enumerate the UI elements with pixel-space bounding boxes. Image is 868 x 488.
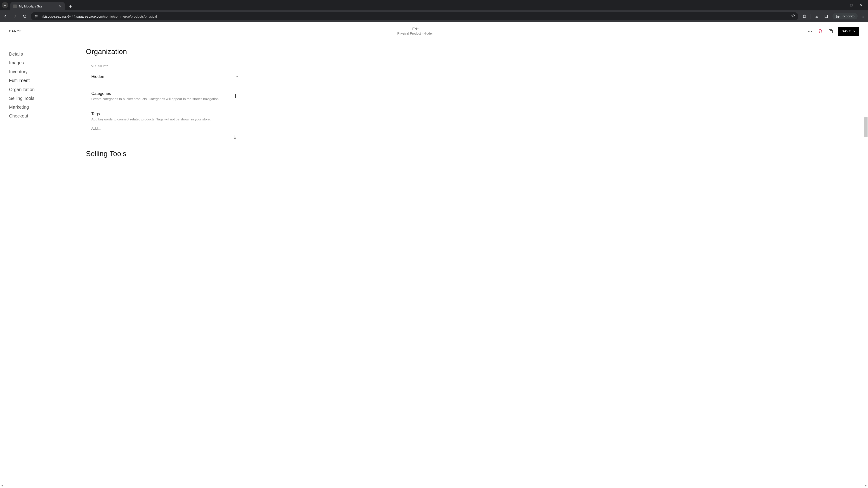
add-category-button[interactable]	[232, 93, 239, 99]
address-bar[interactable]: hibiscus-seabass-6444.squarespace.com/co…	[31, 12, 798, 20]
tab-title: My Moodjoy Site	[19, 4, 56, 8]
header-actions: SAVE	[807, 27, 859, 36]
tags-section: Tags Add keywords to connect related pro…	[86, 106, 244, 136]
cancel-button[interactable]: CANCEL	[9, 29, 24, 33]
tags-input[interactable]	[91, 127, 239, 131]
svg-point-2	[37, 16, 37, 17]
svg-point-9	[863, 16, 863, 17]
trash-icon	[818, 29, 822, 33]
sidebar-item-inventory[interactable]: Inventory	[9, 67, 72, 76]
arrow-left-icon	[4, 14, 8, 18]
vertical-scrollbar-thumb[interactable]	[864, 117, 868, 137]
tags-desc: Add keywords to connect related products…	[91, 117, 239, 121]
maximize-button[interactable]	[849, 3, 854, 7]
categories-section: Categories Create categories to bucket p…	[86, 86, 244, 106]
main-panel: Organization VISIBILITY Hidden Categorie…	[86, 43, 244, 158]
tab-close-button[interactable]	[58, 4, 62, 8]
svg-point-13	[811, 31, 812, 32]
maximize-icon	[850, 4, 852, 6]
tags-title: Tags	[91, 111, 239, 116]
chevron-down-icon	[853, 30, 855, 32]
incognito-icon	[836, 15, 840, 18]
svg-rect-0	[850, 4, 852, 6]
url-text: hibiscus-seabass-6444.squarespace.com/co…	[41, 14, 789, 18]
svg-rect-15	[830, 31, 833, 33]
sidebar-item-images[interactable]: Images	[9, 59, 72, 67]
scroll-right-arrow[interactable]: ▸	[865, 484, 867, 487]
close-window-button[interactable]	[859, 3, 864, 7]
incognito-label: Incognito	[842, 14, 855, 18]
svg-point-10	[863, 17, 863, 18]
tune-icon	[34, 14, 38, 18]
svg-point-11	[808, 31, 809, 32]
scroll-left-arrow[interactable]: ◂	[1, 484, 3, 487]
back-button[interactable]	[2, 13, 9, 20]
more-actions-button[interactable]	[807, 28, 813, 34]
downloads-button[interactable]	[813, 13, 820, 20]
header-center: Edit Physical Product · Hidden	[24, 27, 807, 35]
panel-icon	[825, 14, 829, 18]
sidebar-item-checkout[interactable]: Checkout	[9, 111, 72, 121]
save-label: SAVE	[842, 29, 851, 33]
sidebar-item-marketing[interactable]: Marketing	[9, 103, 72, 111]
page-body: CANCEL Edit Physical Product · Hidden SA…	[0, 22, 868, 488]
puzzle-icon	[802, 14, 807, 18]
page-title: Edit	[24, 27, 807, 31]
sidebar-item-organization[interactable]: Organization	[9, 85, 72, 94]
plus-icon	[69, 5, 72, 8]
favicon-icon	[13, 4, 17, 8]
new-tab-button[interactable]	[67, 3, 74, 9]
page-subtitle: Physical Product · Hidden	[24, 32, 807, 35]
categories-desc: Create categories to bucket products. Ca…	[91, 97, 219, 101]
forward-button[interactable]	[12, 13, 19, 20]
horizontal-scroll-row: ◂ ▸	[1, 484, 867, 487]
tab-strip: My Moodjoy Site	[0, 0, 868, 10]
reload-icon	[23, 14, 27, 18]
save-button[interactable]: SAVE	[838, 27, 859, 36]
tab-search-dropdown[interactable]	[2, 2, 8, 8]
browser-tab[interactable]: My Moodjoy Site	[10, 2, 65, 10]
sidebar-item-selling-tools[interactable]: Selling Tools	[9, 94, 72, 103]
plus-icon	[233, 94, 238, 98]
visibility-group: VISIBILITY Hidden	[86, 65, 244, 86]
editor-header: CANCEL Edit Physical Product · Hidden SA…	[0, 22, 868, 38]
delete-button[interactable]	[817, 28, 823, 34]
chevron-down-icon	[236, 75, 239, 79]
reload-button[interactable]	[21, 13, 28, 20]
incognito-indicator[interactable]: Incognito	[833, 13, 858, 20]
browser-menu-button[interactable]	[860, 14, 866, 18]
close-icon	[860, 4, 863, 6]
side-panel-button[interactable]	[823, 13, 830, 20]
vertical-dots-icon	[863, 14, 864, 18]
sidebar-nav: Details Images Inventory Fulfillment Org…	[9, 43, 72, 158]
section-title-organization: Organization	[86, 47, 244, 56]
url-host: hibiscus-seabass-6444.squarespace.com	[41, 14, 103, 18]
arrow-right-icon	[13, 14, 17, 18]
download-icon	[815, 14, 819, 18]
window-controls	[839, 3, 864, 7]
sidebar-item-fulfillment[interactable]: Fulfillment	[9, 76, 30, 85]
browser-chrome: My Moodjoy Site	[0, 0, 868, 22]
minimize-icon	[840, 4, 843, 6]
duplicate-button[interactable]	[828, 28, 834, 34]
site-info-button[interactable]	[34, 14, 38, 19]
star-icon	[791, 14, 795, 18]
copy-icon	[829, 29, 833, 33]
svg-rect-5	[827, 15, 828, 18]
minimize-button[interactable]	[839, 3, 844, 7]
bookmark-button[interactable]	[791, 14, 795, 19]
section-title-selling-tools: Selling Tools	[86, 150, 244, 158]
visibility-label: VISIBILITY	[91, 65, 239, 68]
horizontal-dots-icon	[808, 31, 812, 32]
sidebar-item-details[interactable]: Details	[9, 50, 72, 59]
content-area: Details Images Inventory Fulfillment Org…	[0, 38, 868, 162]
visibility-select[interactable]: Hidden	[91, 72, 239, 86]
svg-point-1	[35, 15, 36, 16]
svg-point-7	[838, 17, 839, 18]
svg-point-6	[836, 17, 837, 18]
extensions-button[interactable]	[801, 13, 808, 20]
categories-title: Categories	[91, 91, 219, 96]
svg-point-12	[809, 31, 810, 32]
svg-point-8	[863, 14, 863, 15]
browser-toolbar: hibiscus-seabass-6444.squarespace.com/co…	[0, 10, 868, 22]
